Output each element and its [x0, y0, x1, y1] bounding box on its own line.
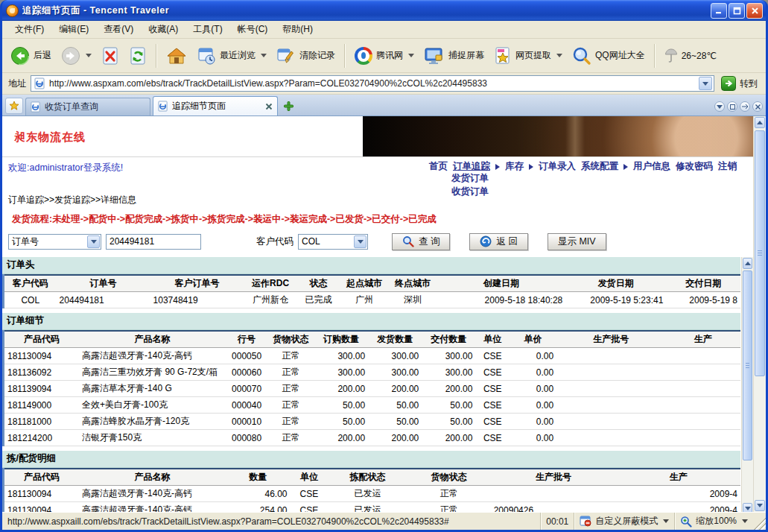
- customer-code-select[interactable]: COL: [298, 234, 368, 250]
- nav-order-track[interactable]: 订单追踪 发货订单 收货订单: [453, 160, 490, 173]
- resize-grip[interactable]: [753, 513, 766, 530]
- forward-button[interactable]: [57, 44, 95, 68]
- table-cell: CSE: [475, 430, 510, 446]
- forward-dropdown-icon[interactable]: [86, 54, 92, 57]
- tab-list-chevron-button[interactable]: [714, 101, 725, 112]
- search-button[interactable]: 查 询: [392, 233, 450, 250]
- nav-inventory[interactable]: 库存: [505, 160, 524, 173]
- extract-dropdown-icon[interactable]: [556, 54, 562, 57]
- column-header: 产品代码: [4, 331, 80, 348]
- column-header: 产品代码: [4, 469, 80, 486]
- minimize-button[interactable]: [711, 3, 727, 19]
- back-icon: [10, 46, 30, 66]
- new-tab-button[interactable]: [280, 98, 296, 114]
- stop-button[interactable]: [98, 44, 123, 68]
- show-miv-button[interactable]: 显示 MIV: [548, 233, 606, 250]
- chevron-down-icon[interactable]: [354, 235, 366, 248]
- menu-tools[interactable]: 工具(T): [186, 21, 229, 38]
- menu-view[interactable]: 查看(V): [97, 21, 140, 38]
- weather-widget[interactable]: 26~28℃: [661, 45, 720, 66]
- scroll-down-button[interactable]: [755, 500, 765, 511]
- tab-close-icon[interactable]: [265, 103, 273, 110]
- block-mode-control[interactable]: 自定义屏蔽模式: [574, 513, 674, 530]
- nav-system-config[interactable]: 系统配置: [581, 160, 618, 173]
- nav-logout[interactable]: 注销: [718, 160, 737, 173]
- column-header: 发货日期: [565, 275, 666, 292]
- refresh-button[interactable]: [125, 44, 150, 68]
- table-cell: CSE: [475, 414, 510, 430]
- recent-dropdown-icon[interactable]: [261, 54, 267, 57]
- table-cell: 正常: [267, 430, 314, 446]
- chevron-down-icon[interactable]: [742, 519, 748, 523]
- close-button[interactable]: [746, 3, 763, 19]
- nav-change-password[interactable]: 修改密码: [676, 160, 713, 173]
- page-icon: [31, 101, 41, 113]
- chevron-down-icon[interactable]: [87, 235, 100, 248]
- table-cell: CSE: [291, 486, 329, 502]
- table-cell: 200.00: [314, 381, 368, 397]
- scroll-down-button[interactable]: [743, 503, 752, 512]
- tab-close-all-button[interactable]: [752, 101, 763, 112]
- qq-sites-button[interactable]: QQ网址大全: [568, 44, 649, 68]
- zoom-control[interactable]: 缩放100%: [674, 513, 753, 530]
- table-cell: [491, 486, 617, 502]
- menu-account[interactable]: 帐号(C): [231, 21, 275, 38]
- back-button[interactable]: 后退: [7, 44, 55, 68]
- table-header-row: 产品代码产品名称行号货物状态订购数量发货数量交付数量单位单价生产批号生产: [4, 331, 741, 348]
- go-arrow-icon: [721, 76, 736, 91]
- clear-history-button[interactable]: 清除记录: [273, 44, 339, 68]
- menu-edit[interactable]: 编辑(E): [52, 21, 95, 38]
- tab-receive-order-query[interactable]: 收货订单查询: [25, 98, 150, 115]
- scrollbar-thumb[interactable]: [743, 270, 752, 460]
- maximize-button[interactable]: [729, 3, 745, 19]
- subnav-ship-order[interactable]: 发货订单: [451, 172, 489, 185]
- tables-scrollbar[interactable]: [741, 257, 753, 512]
- scroll-up-button[interactable]: [755, 117, 765, 128]
- table-cell: 高露洁蜂胶水晶牙膏-120克: [79, 414, 226, 430]
- table-cell: 200.00: [368, 430, 422, 446]
- table-cell: 正常: [407, 502, 491, 513]
- go-button[interactable]: 转到: [719, 75, 760, 92]
- column-header: 终点城市: [389, 275, 437, 292]
- recent-button[interactable]: 最近浏览: [193, 44, 270, 68]
- scroll-up-button[interactable]: [743, 258, 752, 269]
- return-button[interactable]: 返 回: [469, 233, 527, 250]
- recent-label: 最近浏览: [220, 49, 256, 62]
- capture-screen-button[interactable]: 捕捉屏幕: [420, 44, 488, 68]
- column-header: 货物状态: [267, 331, 314, 348]
- chevron-down-icon[interactable]: [663, 519, 669, 523]
- table-cell: 000050: [226, 348, 267, 364]
- tab-restore-button[interactable]: [727, 101, 737, 112]
- column-header: 单价: [510, 331, 556, 348]
- qq-site-button[interactable]: 腾讯网: [351, 45, 418, 67]
- qq-dropdown-icon[interactable]: [408, 54, 414, 57]
- order-number-input[interactable]: [106, 234, 201, 250]
- pick-detail-table: 产品代码产品名称数量单位拣配状态货物状态生产批号生产181130094高露洁超强…: [2, 468, 740, 512]
- menu-favorites[interactable]: 收藏(A): [142, 21, 185, 38]
- home-button[interactable]: [162, 44, 191, 68]
- subnav-receive-order[interactable]: 收货订单: [451, 186, 489, 198]
- menu-file[interactable]: 文件(F): [8, 21, 51, 38]
- nav-order-entry[interactable]: 订单录入: [539, 160, 576, 173]
- address-dropdown-button[interactable]: [699, 77, 712, 90]
- column-header: 客户代码: [4, 275, 57, 292]
- favorites-button[interactable]: [5, 98, 23, 114]
- address-url[interactable]: http://www.aspxam.com/ebs/track/TrackDet…: [49, 78, 695, 89]
- scrollbar-thumb[interactable]: [755, 130, 765, 376]
- status-bar: http://www.aspxaill.com/ebs/track/TrackD…: [2, 512, 766, 530]
- order-type-select[interactable]: 订单号: [8, 234, 101, 250]
- table-cell: 高露洁超强牙膏-140克-高钙: [79, 486, 226, 502]
- toolbar-separator: [654, 44, 656, 68]
- menu-help[interactable]: 帮助(H): [276, 21, 320, 38]
- status-url: http://www.aspxaill.com/ebs/track/TrackD…: [2, 513, 540, 530]
- column-header: 起点城市: [340, 275, 389, 292]
- tab-track-detail-page[interactable]: 追踪细节页面: [153, 96, 278, 115]
- table-cell: CSE: [475, 364, 510, 381]
- extract-page-button[interactable]: 网页提取: [490, 44, 566, 68]
- tab-expand-button[interactable]: [740, 101, 750, 112]
- address-field[interactable]: http://www.aspxam.com/ebs/track/TrackDet…: [31, 75, 714, 92]
- table-cell: 2009-4: [616, 486, 740, 502]
- nav-home[interactable]: 首页: [429, 160, 448, 173]
- nav-user-info[interactable]: 用户信息: [633, 160, 670, 173]
- browser-scrollbar[interactable]: [753, 116, 766, 512]
